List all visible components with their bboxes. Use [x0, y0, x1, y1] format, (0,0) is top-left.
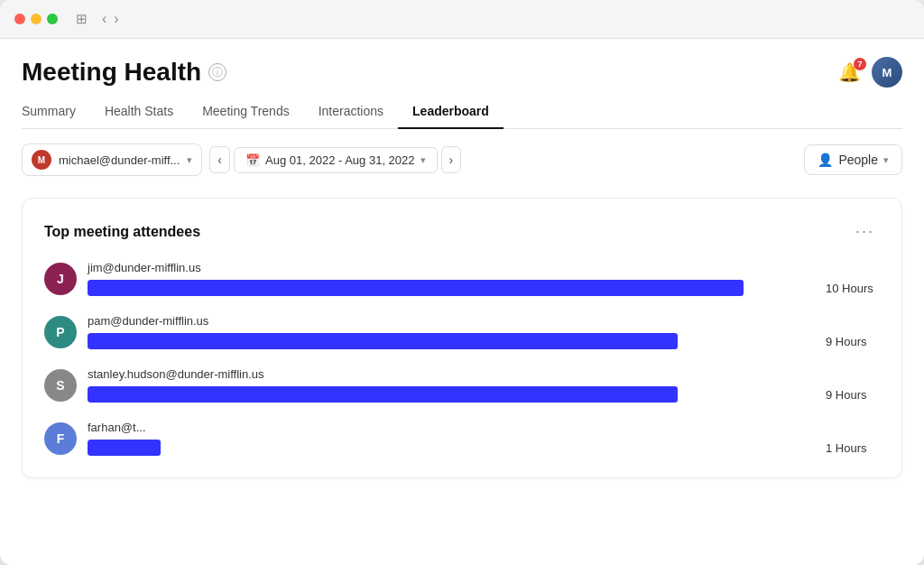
close-button[interactable]	[14, 14, 25, 24]
more-options-button[interactable]: ···	[850, 220, 880, 243]
bar-track	[88, 386, 817, 403]
bar-fill	[88, 386, 678, 403]
bar-row: 9 Hours	[88, 386, 880, 403]
tab-health-stats[interactable]: Health Stats	[90, 95, 188, 129]
attendee-email: stanley.hudson@dunder-mifflin.us	[88, 367, 880, 381]
bar-row: 1 Hours	[88, 440, 880, 456]
tab-leaderboard[interactable]: Leaderboard	[398, 95, 504, 129]
forward-arrow[interactable]: ›	[114, 11, 118, 27]
notification-badge: 7	[854, 58, 866, 70]
attendee-email: jim@dunder-mifflin.us	[88, 261, 880, 274]
traffic-lights	[14, 14, 58, 24]
attendee-email: farhan@t...	[88, 421, 880, 434]
page-title: Meeting Health ⓘ	[22, 58, 226, 87]
date-range-picker[interactable]: 📅 Aug 01, 2022 - Aug 31, 2022 ▾	[234, 147, 438, 173]
date-nav: ‹ 📅 Aug 01, 2022 - Aug 31, 2022 ▾ ›	[209, 146, 461, 173]
filters-row: M michael@dunder-miff... ▾ ‹ 📅 Aug 01, 2…	[22, 129, 902, 183]
hours-label: 9 Hours	[826, 335, 880, 348]
bar-fill	[88, 333, 678, 349]
calendar-icon: 📅	[245, 153, 260, 167]
hours-label: 9 Hours	[826, 388, 880, 402]
info-icon[interactable]: ⓘ	[208, 63, 226, 81]
hours-label: 10 Hours	[826, 282, 880, 295]
user-filter-label: michael@dunder-miff...	[59, 153, 180, 167]
date-prev-button[interactable]: ‹	[209, 146, 230, 173]
card-title: Top meeting attendees	[44, 224, 200, 240]
attendee-info: pam@dunder-mifflin.us 9 Hours	[88, 314, 880, 349]
back-arrow[interactable]: ‹	[102, 11, 106, 27]
bar-fill	[88, 440, 161, 456]
tab-meeting-trends[interactable]: Meeting Trends	[188, 95, 304, 129]
nav-arrows: ‹ ›	[102, 11, 119, 27]
bar-fill	[88, 280, 744, 296]
avatar: F	[44, 422, 77, 455]
avatar: S	[44, 369, 77, 402]
avatar: P	[44, 316, 77, 348]
bar-track	[88, 440, 817, 456]
people-filter[interactable]: 👤 People ▾	[804, 144, 902, 175]
user-filter-avatar: M	[32, 150, 51, 170]
page-title-text: Meeting Health	[22, 58, 201, 87]
sidebar-toggle[interactable]: ⊞	[76, 11, 88, 27]
hours-label: 1 Hours	[826, 441, 880, 455]
title-bar: ⊞ ‹ ›	[0, 0, 924, 39]
leaderboard-card: Top meeting attendees ··· J jim@dunder-m…	[22, 198, 902, 478]
minimize-button[interactable]	[31, 14, 42, 24]
people-icon: 👤	[818, 153, 833, 167]
table-row: P pam@dunder-mifflin.us 9 Hours	[44, 314, 880, 349]
app-window: ⊞ ‹ › Meeting Health ⓘ 🔔 7 M Summary	[0, 0, 924, 565]
attendee-info: stanley.hudson@dunder-mifflin.us 9 Hours	[88, 367, 880, 403]
page-header: Meeting Health ⓘ 🔔 7 M	[22, 39, 902, 88]
date-range-label: Aug 01, 2022 - Aug 31, 2022	[265, 153, 415, 167]
filters-left: M michael@dunder-miff... ▾ ‹ 📅 Aug 01, 2…	[22, 144, 461, 176]
card-header: Top meeting attendees ···	[44, 220, 880, 243]
tab-bar: Summary Health Stats Meeting Trends Inte…	[22, 95, 902, 129]
date-next-button[interactable]: ›	[441, 146, 462, 173]
attendee-info: farhan@t... 1 Hours	[88, 421, 880, 456]
tab-summary[interactable]: Summary	[22, 95, 90, 129]
attendee-list: J jim@dunder-mifflin.us 10 Hours	[44, 261, 880, 456]
people-filter-chevron: ▾	[883, 154, 889, 166]
maximize-button[interactable]	[47, 14, 58, 24]
tab-interactions[interactable]: Interactions	[304, 95, 398, 129]
bar-track	[88, 280, 817, 296]
attendee-info: jim@dunder-mifflin.us 10 Hours	[88, 261, 880, 296]
avatar: J	[44, 263, 77, 295]
bar-row: 9 Hours	[88, 333, 880, 349]
notifications-bell[interactable]: 🔔 7	[838, 61, 861, 83]
attendee-email: pam@dunder-mifflin.us	[88, 314, 880, 328]
date-range-chevron: ▾	[420, 154, 426, 166]
page-content: Meeting Health ⓘ 🔔 7 M Summary Health St…	[0, 39, 924, 565]
table-row: F farhan@t... 1 Hours	[44, 421, 880, 456]
user-filter[interactable]: M michael@dunder-miff... ▾	[22, 144, 202, 176]
people-filter-label: People	[838, 153, 878, 167]
user-avatar[interactable]: M	[872, 57, 902, 88]
bar-row: 10 Hours	[88, 280, 880, 296]
sidebar-icon: ⊞	[76, 11, 88, 27]
header-right: 🔔 7 M	[838, 57, 902, 88]
user-filter-chevron: ▾	[187, 154, 192, 166]
bar-track	[88, 333, 817, 349]
table-row: S stanley.hudson@dunder-mifflin.us 9 Hou…	[44, 367, 880, 403]
table-row: J jim@dunder-mifflin.us 10 Hours	[44, 261, 880, 296]
